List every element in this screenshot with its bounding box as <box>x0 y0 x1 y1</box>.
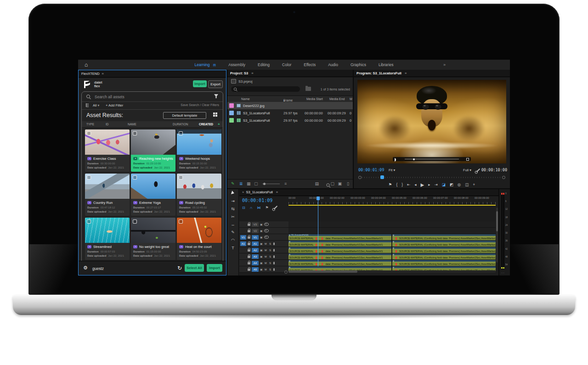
timeline-settings-icon[interactable] <box>273 206 277 209</box>
mic-icon[interactable] <box>273 268 275 271</box>
mic-icon[interactable] <box>273 255 275 258</box>
asset-checkbox[interactable] <box>179 175 183 180</box>
program-tab[interactable]: Program: S3_1LocatorsFull ≡ <box>356 71 407 75</box>
nest-indicator-icon[interactable]: ⊡ <box>242 206 245 210</box>
track-header[interactable]: A3 ▣ M S <box>239 253 288 259</box>
lock-icon[interactable] <box>248 243 250 245</box>
flex-tab[interactable]: FlexXTEND≡ <box>81 72 104 76</box>
audio-clip[interactable]: SOURCE-MATERIAL (Conflicting field data:… <box>392 241 496 247</box>
export-button[interactable]: Export <box>208 80 223 88</box>
refresh-icon[interactable]: ↻ <box>177 265 182 271</box>
extract-button[interactable]: ◩ <box>450 182 453 187</box>
label-chip[interactable] <box>229 103 234 108</box>
audio-lane[interactable]: SOURCE-MATERIALdata: Premiere) AssetMark… <box>288 260 496 266</box>
column-media-start[interactable]: Media Start <box>306 97 323 101</box>
lift-button[interactable]: ◪ <box>442 182 446 187</box>
program-timecode[interactable]: 00:00:01:09 <box>358 168 384 172</box>
export-frame-button[interactable]: ◎ <box>458 182 461 187</box>
resolution-dropdown[interactable]: Full ▾ <box>463 168 471 172</box>
track-name[interactable]: A5 <box>252 267 259 272</box>
list-view-icon[interactable]: ≣ <box>239 181 243 186</box>
asset-card[interactable]: Heat on the court Duration04:50:23:09 Da… <box>177 218 221 260</box>
project-breadcrumb[interactable]: S3.prproj <box>231 79 252 84</box>
select-all-button[interactable]: Select All <box>185 264 204 272</box>
selection-tool[interactable] <box>231 191 235 196</box>
column-id[interactable]: ID <box>106 123 109 126</box>
lock-icon[interactable] <box>248 269 250 271</box>
column-type[interactable]: TYPE <box>86 123 94 126</box>
button-editor-button[interactable]: + <box>473 182 475 187</box>
mic-icon[interactable] <box>273 262 275 264</box>
search-input[interactable]: Search all assets <box>95 95 124 99</box>
audio-clip[interactable]: SOURCE-MATERIAL (Conflicting field data:… <box>392 260 496 266</box>
mute-button[interactable]: M <box>264 255 267 258</box>
column-name[interactable]: NAME <box>128 123 136 126</box>
track-name[interactable]: A1 <box>252 241 259 246</box>
bin-filter-icon[interactable] <box>305 87 311 91</box>
mic-icon[interactable] <box>273 242 275 245</box>
panel-menu-icon[interactable]: ≡ <box>405 71 407 75</box>
column-created[interactable]: CREATED <box>199 123 213 126</box>
track-output-icon[interactable] <box>264 236 269 239</box>
comparison-view-button[interactable]: ◫ <box>465 182 469 187</box>
column-media-end[interactable]: Media End <box>329 97 345 101</box>
track-name[interactable]: A4 <box>252 261 259 265</box>
project-row[interactable]: Desert222.jpg <box>227 102 353 109</box>
audio-clip[interactable]: SOURCE-MATERIALdata: Premiere) AssetMark… <box>288 247 391 253</box>
solo-button[interactable]: S <box>269 242 272 245</box>
track-header[interactable]: A2 ▣ M S <box>239 247 288 253</box>
slip-tool[interactable]: ↔ <box>231 222 235 227</box>
new-bin-icon[interactable]: ▢ <box>330 181 334 186</box>
audio-clip[interactable]: SOURCE-MATERIALdata: Premiere) AssetMark… <box>288 241 391 247</box>
solo-button[interactable]: S <box>269 268 272 271</box>
asset-checkbox[interactable] <box>179 219 183 224</box>
audio-lane[interactable]: SOURCE-MATERIALdata: Premiere) AssetMark… <box>288 247 496 253</box>
lock-icon[interactable] <box>248 224 250 226</box>
fit-dropdown[interactable]: Fit ▾ <box>389 168 395 172</box>
asset-card[interactable]: Streamlined Duration00:00:57:03 Date upl… <box>85 218 130 260</box>
mute-button[interactable]: M <box>264 249 267 252</box>
solo-button[interactable]: S <box>269 262 272 264</box>
track-name[interactable]: V1 <box>252 235 259 240</box>
panel-menu-icon[interactable]: ≡ <box>276 190 278 194</box>
vertical-scrollbar[interactable] <box>496 208 498 263</box>
type-tool[interactable]: T <box>232 246 234 251</box>
mute-button[interactable]: M <box>264 262 267 264</box>
mark-in-button[interactable]: { <box>396 182 397 187</box>
track-header[interactable]: A1 A1 ▣ M S <box>239 241 288 247</box>
close-icon[interactable]: × <box>242 190 244 194</box>
audio-clip[interactable]: SOURCE-MATERIAL (Conflicting field data:… <box>392 253 496 259</box>
workspace-tab[interactable]: Editing <box>258 62 270 67</box>
asset-checkbox[interactable] <box>179 131 183 135</box>
asset-checkbox[interactable] <box>133 219 137 224</box>
sync-lock-icon[interactable]: ▣ <box>260 261 263 264</box>
column-name[interactable]: Name <box>241 97 250 101</box>
timeline-timecode[interactable]: 00:00:01:09 <box>242 198 272 203</box>
audio-clip[interactable]: SOURCE-MATERIALdata: Premiere) AssetMark… <box>288 260 391 266</box>
workspace-tab[interactable]: Graphics <box>351 62 366 67</box>
lock-icon[interactable] <box>248 256 250 258</box>
workspace-tab[interactable]: Effects <box>304 62 316 67</box>
meter-toggles[interactable]: ○○ <box>501 271 505 274</box>
freeform-view-icon[interactable]: ▢ <box>254 181 258 186</box>
import-button-top[interactable]: Import <box>193 80 207 87</box>
empty-lane[interactable] <box>288 228 496 234</box>
track-select-forward-tool[interactable]: ⇥ <box>231 199 235 204</box>
pen-tool[interactable]: ✎ <box>231 230 235 235</box>
import-button-bottom[interactable]: Import <box>207 264 222 272</box>
source-patch[interactable]: A1 <box>240 241 246 246</box>
project-search-input[interactable] <box>231 86 300 92</box>
add-filter-button[interactable]: + Add Filter <box>106 103 123 107</box>
column-m[interactable]: M <box>350 97 352 101</box>
asset-checkbox[interactable] <box>87 219 91 224</box>
icon-view-icon[interactable]: ▦ <box>247 181 251 186</box>
save-clear-links[interactable]: Save Search / Clear Filters <box>181 103 219 107</box>
asset-card[interactable]: Reaching new heights Duration01:23:10:00… <box>131 129 175 172</box>
panel-menu-icon[interactable]: ≡ <box>102 72 104 76</box>
sync-lock-icon[interactable]: ▣ <box>260 242 263 245</box>
workspace-overflow-icon[interactable]: » <box>443 62 446 67</box>
timeline-tab[interactable]: ×S3_1LocatorsFull ≡ <box>242 190 278 194</box>
new-item-icon[interactable]: ▣ <box>338 181 342 186</box>
project-tab[interactable]: Project: S3 ≡ <box>230 71 254 75</box>
timeline-playhead[interactable] <box>318 197 318 266</box>
